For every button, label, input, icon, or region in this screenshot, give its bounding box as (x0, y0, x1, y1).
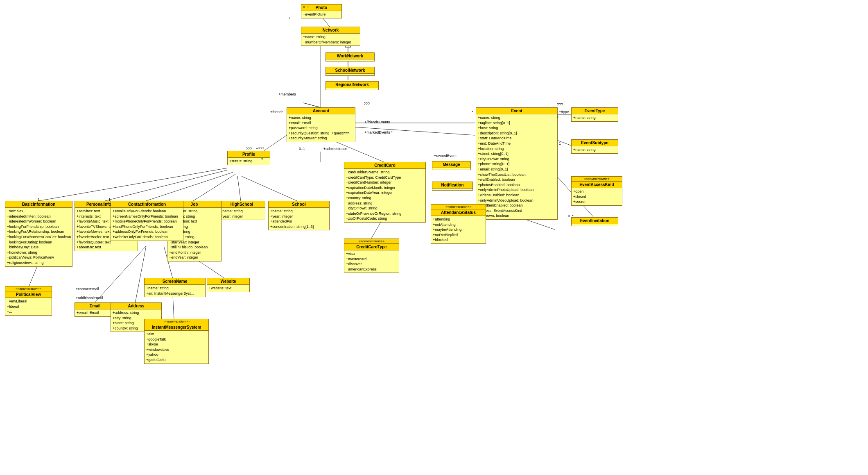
regionalnetwork-box: RegionalNetwork (326, 81, 379, 90)
web-f1: +website: text (209, 286, 248, 291)
as-f1: +attending (433, 217, 484, 222)
notification-box: Notification (432, 182, 473, 191)
cct-f3: +discover (346, 261, 397, 267)
ci-f1: +emailsOnlyForFriends: boolean (113, 209, 181, 214)
event-f14: +photosEnabled: boolean (478, 182, 556, 188)
eventtype-body: +name: string (572, 114, 618, 121)
cc-f8: +cityOrTown: string (346, 206, 424, 211)
regionalnetwork-title: RegionalNetwork (326, 82, 378, 88)
ims-f1: +aim (146, 332, 207, 337)
profile-title: Profile (228, 151, 270, 158)
notification-body (432, 189, 472, 190)
pv-f1: +veryLiberal (7, 299, 50, 304)
type-label: +/type (559, 110, 569, 114)
markedevents-label: +markedEvents * (364, 130, 393, 134)
pi-mult-label: 1 (108, 198, 111, 202)
svg-line-24 (173, 295, 174, 320)
ims-title: InstantMessengerSystem (145, 324, 208, 331)
event-f17: +onlyAdminVideoUpload: boolean (478, 198, 556, 203)
basicinformation-title: BasicInformation (5, 201, 72, 208)
event-f11: +email: string[0..1] (478, 167, 556, 172)
bi-f11: +religiousViews: string (7, 260, 70, 266)
event-f12: +showTheGuestList: boolean (478, 172, 556, 177)
email-box: Email +email: Email (75, 302, 115, 317)
pi-f8: +aboutMe: text (77, 245, 136, 250)
photo-mult-label: 0..1 (303, 5, 309, 9)
notification-title: Notification (432, 182, 472, 189)
hs-f1: +name: string (220, 209, 263, 214)
creditcard-body: +cardHolderSName: string +creditCardType… (344, 169, 425, 222)
email-title: Email (75, 303, 115, 309)
worknetwork-body (326, 59, 374, 61)
account-f2: +email: Email (289, 120, 353, 126)
account-title: Account (287, 108, 355, 114)
bi-f5: +lookingForARelationship: boolean (7, 229, 70, 234)
photo-star-label: * (289, 16, 290, 20)
eak-f2: +closed (573, 194, 620, 200)
message-title: Message (432, 161, 470, 168)
event-box: Event +name: string +tagline: string[0..… (476, 107, 558, 220)
creditcardtype-title: CreditCardType (344, 244, 399, 250)
event-f1: +name: string (478, 115, 556, 120)
bi-f8: +birthdayDay: Date (7, 245, 70, 250)
account-f1: +name: string (289, 115, 353, 120)
instantmessengersystem-box: <<enumeration>> InstantMessengerSystem +… (144, 319, 209, 364)
eventsubtype-body: +name: string (572, 146, 618, 153)
svg-line-20 (94, 246, 146, 303)
ci-f2: +screenNamesOnlyForFriends: boolean (113, 214, 181, 219)
attendancestatus-body: +attending +notAttending +maybeAttending… (431, 216, 486, 243)
school-f3: +attendedFor (270, 219, 328, 224)
event-type-star: * (472, 110, 473, 114)
eventtype-f1: +name: string (573, 115, 616, 120)
svg-line-18 (237, 176, 241, 201)
event-title: Event (476, 108, 557, 114)
address-title: Address (111, 303, 161, 309)
politicalview-stereotype: <<enumeration>> (5, 286, 52, 291)
message-box: Message (432, 161, 471, 170)
profile-eq-label: = (261, 157, 263, 161)
cc-f7: +address: string (346, 201, 424, 206)
school-title: School (269, 201, 329, 208)
svg-line-14 (39, 168, 227, 201)
cc-f9: +stateOrProvinceOrRegion: string (346, 211, 424, 216)
svg-line-17 (193, 174, 235, 201)
worknetwork-box: WorkNetwork (326, 52, 375, 61)
cc-f10: +zipOrPostalCode: string (346, 216, 424, 221)
ims-f2: +googleTalk (146, 337, 207, 342)
job-f8: +stillInThisJob: boolean (169, 245, 219, 250)
eventsubtype-title: EventSubtype (572, 140, 618, 146)
bi-f7: +lookingForDating: boolean (7, 240, 70, 245)
message-body (432, 168, 470, 170)
highschool-body: +name: string +year: integer (219, 208, 265, 220)
attendancestatus-title: AttendanceStatus (431, 209, 486, 216)
eventaccesskind-title: EventAccessKind (572, 182, 622, 188)
politicalview-title: PoliticalView (5, 291, 52, 298)
friends-label: +friends (270, 110, 283, 114)
bi-f4: +lookingForFriendship: boolean (7, 224, 70, 230)
account-box: Account +name: string +email: Email +pas… (287, 107, 355, 142)
event-f3: +host: string (478, 125, 556, 131)
contactinformation-body: +emailsOnlyForFriends: boolean +screenNa… (111, 208, 183, 241)
event-qqq-label: ??? (557, 102, 563, 107)
eventaccesskind-stereotype: <<enumeration>> (572, 177, 622, 182)
eak-f1: +open (573, 189, 620, 194)
addr-f1: +address: string (113, 310, 160, 316)
job-f10: +endYear: integer (169, 255, 219, 260)
school-f1: +name: string (270, 209, 328, 214)
creditcardtype-stereotype: <<enumeration>> (344, 239, 399, 244)
schoolnetwork-box: SchoolNetwork (326, 67, 375, 76)
ci-f5: +addressOnlyForFriends: boolean (113, 229, 181, 234)
bi-f2: +interestedInMen: boolean (7, 214, 70, 219)
network-box: Network +name: string +/numberOfMembers:… (301, 27, 360, 46)
contactinformation-box: ContactInformation +emailsOnlyForFriends… (111, 201, 183, 241)
pv-f3: +... (7, 309, 50, 314)
sn-f1: +name: string (146, 286, 203, 291)
eventinvitation-title: EventInvitation (572, 218, 618, 224)
eventtype-title: EventType (572, 108, 618, 114)
cct-f1: +visa (346, 251, 397, 257)
bi-f10: +politicalViews: PoliticalView (7, 255, 70, 260)
eak-f3: +secret (573, 199, 620, 205)
as-f5: +blocked (433, 237, 484, 243)
photo-body: +eventPicture (301, 11, 341, 18)
eventsubtype-box: EventSubtype +name: string (571, 139, 618, 154)
